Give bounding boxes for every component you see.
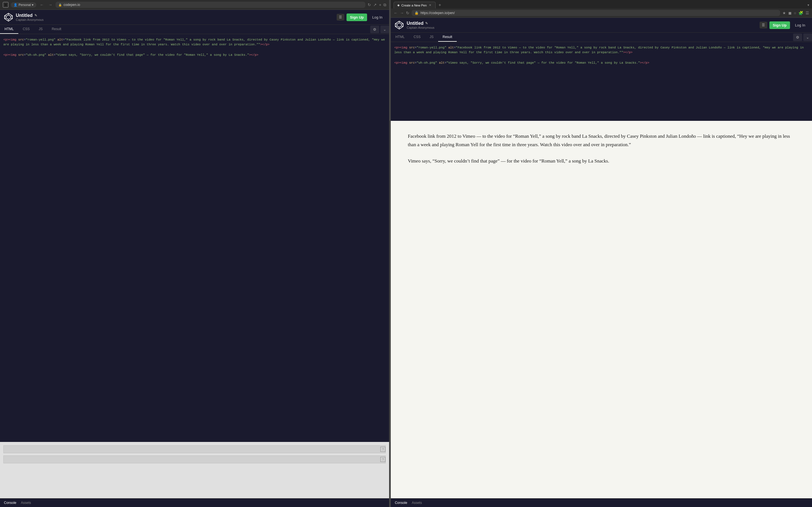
tab-close-btn[interactable]: ✕ — [428, 3, 432, 7]
address-bar-right[interactable]: 🔒 https://codepen.io/pen/ — [412, 10, 780, 16]
change-view-btn-right[interactable]: ☰ — [760, 22, 767, 29]
lock-icon-right: 🔒 — [414, 11, 419, 15]
result-paragraph-2: Vimeo says, “Sorry, we couldn’t find tha… — [408, 157, 795, 165]
tab-favicon-icon: ◈ — [397, 3, 400, 7]
address-text-left: codepen.io — [63, 3, 80, 7]
codepen-header-left: Untitled ✎ Captain Anonymous ☰ Sign Up L… — [0, 10, 389, 25]
refresh-btn-right[interactable]: ↻ — [406, 11, 409, 15]
code-editor-left[interactable]: <p><img src="roman-yell.png" alt="Facebo… — [0, 34, 389, 442]
assets-tab-left[interactable]: Assets — [21, 501, 31, 505]
code-editor-right[interactable]: <p><img src="roman-yell.png" alt="Facebo… — [391, 42, 812, 121]
login-btn-left[interactable]: Log In — [369, 13, 385, 21]
svg-marker-9 — [397, 23, 402, 27]
broken-image-2: ? — [3, 455, 386, 463]
browser-chrome-left: ☰ 👤 Personal ▾ ← → 🔒 codepen.io ↻ ↗ + ⧉ — [0, 0, 389, 10]
lock-icon-left: 🔒 — [58, 3, 62, 6]
logo-section-left: Untitled ✎ Captain Anonymous — [4, 13, 43, 22]
edit-icon-left[interactable]: ✎ — [35, 13, 37, 17]
chevron-btn-right[interactable]: ⌄ — [803, 34, 812, 41]
login-btn-right[interactable]: Log In — [792, 21, 808, 29]
browser-tab-label: Create a New Pen — [401, 4, 426, 7]
refresh-button-left[interactable]: ↻ — [368, 3, 371, 7]
copy-button-left[interactable]: ⧉ — [384, 3, 386, 7]
codepen-logo-right — [395, 20, 404, 30]
header-actions-right: ☰ Sign Up Log In — [760, 21, 808, 29]
tab-css-left[interactable]: CSS — [18, 25, 35, 34]
result-area-right: Facebook link from 2012 to Vimeo — to th… — [391, 121, 812, 498]
console-tab-right[interactable]: Console — [395, 501, 407, 505]
title-area-right: Untitled ✎ Captain Anonymous — [407, 21, 434, 29]
sidebar-icon: ☰ — [4, 3, 7, 6]
change-view-btn-left[interactable]: ☰ — [337, 14, 344, 20]
result-paragraph-1: Facebook link from 2012 to Vimeo — to th… — [408, 132, 795, 149]
codepen-logo-left — [4, 13, 13, 22]
code-line-3: <p><img src="uh-oh.png" alt="Vimeo says,… — [3, 53, 386, 57]
pocket-btn-right[interactable]: ◼ — [788, 11, 792, 15]
pen-title-left: Untitled ✎ — [16, 13, 43, 18]
pen-author-right: Captain Anonymous — [407, 26, 434, 29]
address-bar-left[interactable]: 🔒 codepen.io — [56, 2, 365, 8]
chevron-btn-left[interactable]: ⌄ — [380, 25, 389, 33]
forward-btn-right[interactable]: → — [400, 11, 404, 15]
tab-css-right[interactable]: CSS — [409, 33, 425, 42]
code-line-right-1: <p><img src="roman-yell.png" alt="Facebo… — [394, 45, 809, 55]
address-row-right: ← → ↻ 🔒 https://codepen.io/pen/ ★ ◼ ○ 🧩 … — [391, 8, 812, 17]
sidebar-toggle-left[interactable]: ☰ — [3, 2, 8, 8]
account-btn-right[interactable]: ○ — [794, 11, 796, 15]
tab-result-left[interactable]: Result — [47, 25, 66, 34]
extension-btn-right[interactable]: 🧩 — [799, 11, 803, 15]
console-tab-left[interactable]: Console — [4, 501, 16, 505]
new-tab-button-left[interactable]: + — [379, 3, 381, 7]
account-label-left: Personal — [18, 3, 31, 6]
tab-js-right[interactable]: JS — [425, 33, 438, 42]
back-button-left[interactable]: ← — [39, 2, 45, 8]
editor-tabs-left: HTML CSS JS Result ⚙ ⌄ — [0, 25, 389, 34]
pen-title-right: Untitled ✎ — [407, 21, 434, 26]
gear-btn-left[interactable]: ⚙ — [370, 25, 379, 33]
tab-html-right[interactable]: HTML — [391, 33, 409, 42]
forward-button-left[interactable]: → — [47, 2, 53, 8]
person-icon-left: 👤 — [13, 3, 17, 7]
assets-tab-right[interactable]: Assets — [412, 501, 422, 505]
back-btn-right[interactable]: ← — [394, 11, 398, 15]
broken-img-icon-2: ? — [380, 457, 386, 462]
tab-bar-right: ◈ Create a New Pen ✕ + ▾ — [391, 0, 812, 8]
chevron-down-icon-left: ▾ — [32, 3, 34, 7]
address-text-right: https://codepen.io/pen/ — [420, 11, 455, 15]
signup-btn-right[interactable]: Sign Up — [769, 21, 790, 29]
signup-btn-left[interactable]: Sign Up — [347, 13, 367, 21]
edit-icon-right[interactable]: ✎ — [425, 21, 428, 25]
code-line-right-3: <p><img src="uh-oh.png" alt="Vimeo says,… — [394, 61, 809, 65]
broken-img-icon-1: ? — [380, 447, 386, 452]
tab-overflow-btn[interactable]: ▾ — [808, 3, 809, 7]
title-area-left: Untitled ✎ Captain Anonymous — [16, 13, 43, 21]
tab-js-left[interactable]: JS — [34, 25, 47, 34]
account-pill-left[interactable]: 👤 Personal ▾ — [11, 2, 36, 8]
star-btn-right[interactable]: ★ — [782, 11, 786, 15]
editor-tabs-right: HTML CSS JS Result ⚙ ⌄ — [391, 33, 812, 42]
tab-result-right[interactable]: Result — [438, 33, 457, 42]
header-actions-left: ☰ Sign Up Log In — [337, 13, 385, 21]
codepen-header-right: Untitled ✎ Captain Anonymous ☰ Sign Up L… — [391, 18, 812, 33]
code-line-2 — [3, 47, 386, 52]
gear-btn-right[interactable]: ⚙ — [793, 34, 802, 41]
svg-marker-1 — [6, 15, 11, 19]
browser-tab-right[interactable]: ◈ Create a New Pen ✕ — [394, 2, 436, 8]
code-line-1: <p><img src="roman-yell.png" alt="Facebo… — [3, 38, 386, 47]
tab-html-left[interactable]: HTML — [0, 25, 18, 34]
menu-btn-right[interactable]: ☰ — [806, 11, 809, 15]
broken-image-1: ? — [3, 445, 386, 453]
code-line-right-2 — [394, 55, 809, 60]
logo-section-right: Untitled ✎ Captain Anonymous — [395, 20, 434, 30]
result-preview-left: ? ? — [0, 442, 389, 498]
console-bar-left: Console Assets — [0, 498, 389, 507]
share-button-left[interactable]: ↗ — [373, 3, 377, 7]
new-tab-btn-right[interactable]: + — [437, 2, 443, 8]
console-bar-right: Console Assets — [391, 498, 812, 507]
browser-chrome-right: ◈ Create a New Pen ✕ + ▾ ← → ↻ 🔒 https:/… — [391, 0, 812, 18]
pen-author-left: Captain Anonymous — [16, 18, 43, 21]
